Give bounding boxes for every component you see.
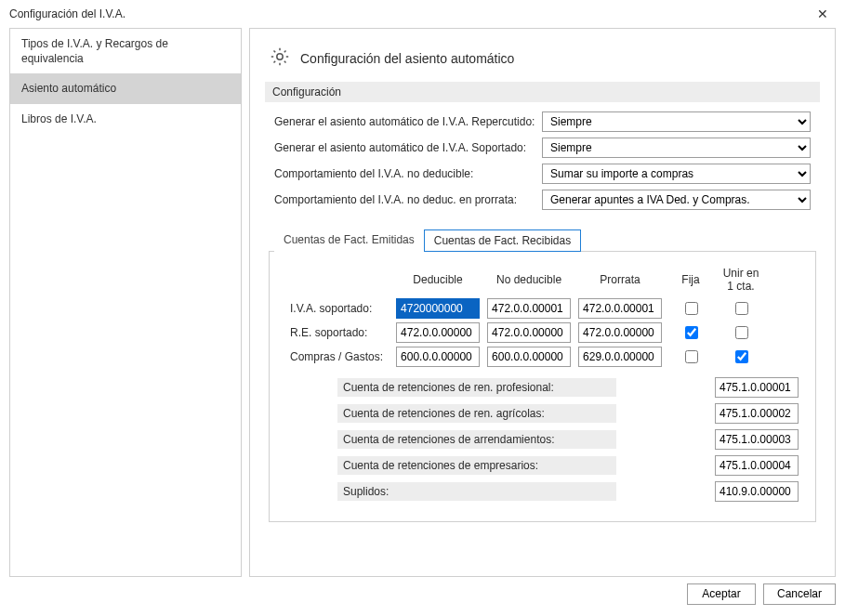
cfg-select-prorrata[interactable]: Generar apuntes a IVA Ded. y Compras.	[542, 190, 811, 210]
main-panel: Configuración del asiento automático Con…	[249, 28, 836, 577]
iva-soportado-prorrata[interactable]	[578, 298, 662, 319]
col-no-deducible: No deducible	[483, 263, 574, 296]
col-prorrata: Prorrata	[574, 263, 666, 296]
iva-soportado-unir[interactable]	[735, 302, 748, 315]
cfg-label-deducible: Comportamiento del I.V.A. no deducible:	[274, 167, 535, 180]
cfg-label-prorrata: Comportamiento del I.V.A. no deduc. en p…	[274, 193, 535, 206]
gear-icon	[269, 46, 291, 71]
compras-prorrata[interactable]	[578, 347, 662, 367]
sidebar: Tipos de I.V.A. y Recargos de equivalenc…	[9, 28, 242, 577]
compras-deducible[interactable]	[396, 347, 480, 367]
ret-label-agricolas: Cuenta de retenciones de ren. agrícolas:	[337, 404, 616, 423]
tab-panel-received: Deducible No deducible Prorrata Fija Uni…	[269, 251, 816, 522]
section-label: Configuración	[265, 82, 820, 102]
ret-label-empresarios: Cuenta de retenciones de empresarios:	[337, 456, 616, 475]
cfg-label-repercutido: Generar el asiento automático de I.V.A. …	[274, 115, 535, 128]
row-label-compras: Compras / Gastos:	[286, 345, 392, 369]
page-title: Configuración del asiento automático	[300, 51, 514, 66]
table-row: I.V.A. soportado:	[286, 296, 766, 321]
iva-soportado-fija[interactable]	[685, 302, 698, 315]
re-soportado-unir[interactable]	[735, 326, 748, 339]
accounts-grid: Deducible No deducible Prorrata Fija Uni…	[286, 263, 766, 369]
ok-button[interactable]: Aceptar	[687, 583, 756, 605]
cancel-button[interactable]: Cancelar	[763, 583, 836, 605]
tab-emitted[interactable]: Cuentas de Fact. Emitidas	[274, 229, 424, 252]
col-unir: Unir en 1 cta.	[716, 263, 766, 296]
window-title: Configuración del I.V.A.	[9, 7, 125, 20]
ret-label-profesional: Cuenta de retenciones de ren. profesiona…	[337, 378, 616, 397]
tabs: Cuentas de Fact. Emitidas Cuentas de Fac…	[274, 229, 820, 251]
sidebar-item-iva-books[interactable]: Libros de I.V.A.	[10, 104, 241, 134]
ret-value-agricolas[interactable]	[715, 403, 799, 424]
compras-fija[interactable]	[685, 350, 698, 363]
row-label-iva-soportado: I.V.A. soportado:	[286, 296, 392, 321]
ret-value-suplidos[interactable]	[715, 481, 799, 502]
svg-point-0	[277, 54, 283, 59]
col-fija: Fija	[666, 263, 716, 296]
cfg-select-repercutido[interactable]: Siempre	[542, 111, 811, 132]
iva-soportado-no-deducible[interactable]	[487, 298, 571, 319]
re-soportado-deducible[interactable]	[396, 322, 480, 343]
re-soportado-fija[interactable]	[685, 326, 698, 339]
ret-label-arrendamientos: Cuenta de retenciones de arrendamientos:	[337, 430, 616, 449]
col-deducible: Deducible	[392, 263, 483, 296]
tab-received[interactable]: Cuentas de Fact. Recibidas	[424, 229, 581, 252]
ret-label-suplidos: Suplidos:	[337, 482, 616, 501]
iva-soportado-deducible[interactable]	[396, 298, 480, 319]
ret-value-empresarios[interactable]	[715, 455, 799, 476]
re-soportado-prorrata[interactable]	[578, 322, 662, 343]
ret-value-profesional[interactable]	[715, 377, 799, 398]
row-label-re-soportado: R.E. soportado:	[286, 321, 392, 345]
close-icon[interactable]: ✕	[810, 3, 836, 25]
compras-unir[interactable]	[735, 350, 748, 363]
cfg-select-soportado[interactable]: Siempre	[542, 138, 811, 158]
ret-value-arrendamientos[interactable]	[715, 429, 799, 450]
sidebar-item-iva-types[interactable]: Tipos de I.V.A. y Recargos de equivalenc…	[10, 29, 241, 73]
table-row: R.E. soportado:	[286, 321, 766, 345]
cfg-label-soportado: Generar el asiento automático de I.V.A. …	[274, 141, 535, 154]
cfg-select-deducible[interactable]: Sumar su importe a compras	[542, 164, 811, 184]
table-row: Compras / Gastos:	[286, 345, 766, 369]
sidebar-item-auto-entry[interactable]: Asiento automático	[10, 73, 241, 103]
compras-no-deducible[interactable]	[487, 347, 571, 367]
re-soportado-no-deducible[interactable]	[487, 322, 571, 343]
